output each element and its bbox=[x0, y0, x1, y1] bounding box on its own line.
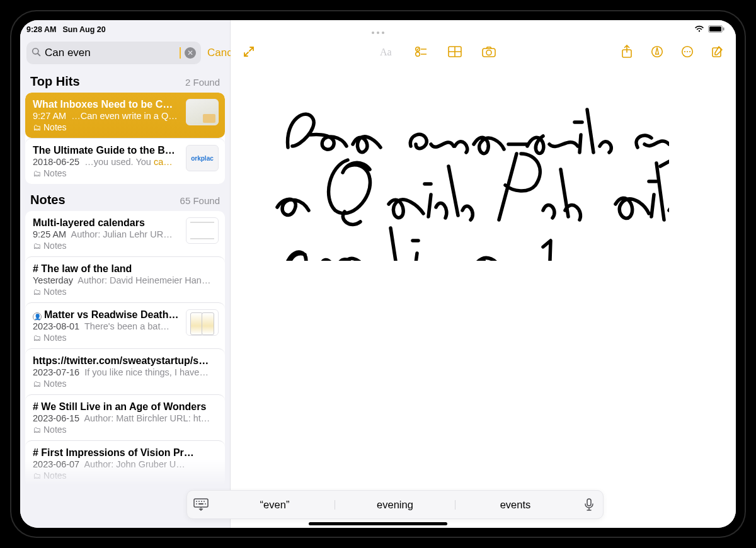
camera-icon[interactable] bbox=[482, 45, 496, 59]
folder-icon: 🗂 bbox=[33, 169, 41, 178]
note-thumbnail: orkplac bbox=[186, 145, 219, 171]
note-item[interactable]: https://twitter.com/sweatystartup/s… 202… bbox=[25, 348, 225, 394]
note-title: Multi-layered calendars bbox=[33, 217, 181, 229]
note-title: # The law of the land bbox=[33, 263, 219, 275]
svg-line-4 bbox=[38, 54, 40, 55]
battery-icon bbox=[708, 25, 724, 35]
markup-icon[interactable] bbox=[650, 45, 664, 59]
note-item[interactable]: # We Still Live in an Age of Wonders 202… bbox=[25, 394, 225, 440]
section-top-hits: Top Hits 2 Found bbox=[20, 69, 230, 93]
note-item[interactable]: # First Impressions of Vision Pr… 2023-0… bbox=[25, 440, 225, 486]
svg-point-23 bbox=[196, 501, 197, 502]
svg-rect-2 bbox=[723, 27, 724, 30]
svg-point-19 bbox=[687, 51, 688, 52]
dictation-icon[interactable] bbox=[575, 498, 603, 511]
folder-icon: 🗂 bbox=[33, 425, 41, 435]
clear-search-button[interactable]: ✕ bbox=[185, 47, 196, 59]
note-title: The Ultimate Guide to the B… bbox=[33, 145, 181, 156]
home-indicator[interactable] bbox=[309, 522, 447, 525]
note-item[interactable]: The Ultimate Guide to the B… 2018-06-25 … bbox=[25, 138, 225, 184]
share-icon[interactable] bbox=[620, 45, 634, 59]
ipad-frame: 9:28 AM Sun Aug 20 bbox=[10, 10, 746, 538]
svg-rect-28 bbox=[198, 503, 203, 505]
suggestion[interactable]: evening bbox=[335, 495, 455, 515]
folder-icon: 🗂 bbox=[33, 471, 41, 481]
note-folder: 🗂Notes bbox=[33, 122, 181, 132]
note-excerpt: 9:27 AM …Can even write in a Q… bbox=[33, 111, 181, 121]
format-icon[interactable]: Aa bbox=[380, 45, 394, 59]
search-icon bbox=[32, 47, 41, 59]
note-excerpt: Yesterday Author: David Heinemeier Han… bbox=[33, 275, 219, 285]
note-item[interactable]: Multi-layered calendars 9:25 AM Author: … bbox=[25, 211, 225, 256]
note-thumbnail bbox=[186, 309, 219, 336]
expand-icon[interactable] bbox=[242, 45, 256, 59]
svg-point-14 bbox=[486, 50, 491, 55]
svg-point-8 bbox=[416, 52, 420, 57]
note-item[interactable]: # The law of the land Yesterday Author: … bbox=[25, 256, 225, 302]
note-title: What Inboxes Need to be C… bbox=[33, 99, 181, 110]
note-title: # First Impressions of Vision Pr… bbox=[33, 447, 219, 459]
note-folder: 🗂Notes bbox=[33, 241, 181, 251]
section-title: Notes bbox=[30, 193, 66, 207]
folder-icon: 🗂 bbox=[33, 379, 41, 389]
keyboard-icon[interactable] bbox=[187, 498, 215, 511]
note-folder: 🗂Notes bbox=[33, 379, 219, 389]
sidebar: ✕ Cancel Top Hits 2 Found What Inboxes N… bbox=[20, 20, 231, 528]
section-notes: Notes 65 Found bbox=[20, 188, 230, 211]
status-date: Sun Aug 20 bbox=[62, 25, 105, 34]
folder-icon: 🗂 bbox=[33, 333, 41, 343]
svg-point-25 bbox=[201, 501, 202, 502]
svg-point-26 bbox=[203, 501, 205, 502]
note-title: https://twitter.com/sweatystartup/s… bbox=[33, 355, 219, 367]
screen: 9:28 AM Sun Aug 20 bbox=[20, 20, 736, 528]
shared-icon: 👤 bbox=[33, 312, 42, 321]
svg-point-20 bbox=[689, 51, 690, 52]
text-caret bbox=[180, 47, 181, 59]
suggestion[interactable]: events bbox=[455, 495, 575, 515]
note-folder: 🗂Notes bbox=[33, 287, 219, 297]
predictive-bar: “even” evening events bbox=[186, 490, 604, 519]
search-field[interactable]: ✕ bbox=[26, 42, 201, 64]
svg-rect-30 bbox=[587, 499, 591, 506]
note-excerpt: 2023-07-16 If you like nice things, I ha… bbox=[33, 367, 219, 377]
note-folder: 🗂Notes bbox=[33, 168, 181, 178]
svg-point-27 bbox=[196, 503, 197, 505]
note-excerpt: 2023-08-01 There's been a bat… bbox=[33, 321, 181, 331]
search-input[interactable] bbox=[45, 47, 178, 59]
status-time: 9:28 AM bbox=[26, 25, 56, 34]
note-title: 👤Matter vs Readwise Death… bbox=[33, 309, 181, 321]
section-count: 2 Found bbox=[185, 77, 220, 88]
multitask-dots[interactable] bbox=[372, 31, 384, 34]
checklist-icon[interactable] bbox=[414, 45, 428, 59]
svg-text:Aa: Aa bbox=[380, 47, 392, 57]
note-thumbnail bbox=[186, 217, 219, 244]
note-canvas[interactable]: Aa Can even write in a Quick Note with a… bbox=[231, 20, 736, 528]
status-bar: 9:28 AM Sun Aug 20 bbox=[20, 23, 736, 37]
note-excerpt: 9:25 AM Author: Julian Lehr UR… bbox=[33, 229, 181, 239]
note-folder: 🗂Notes bbox=[33, 333, 181, 343]
note-item[interactable]: 👤Matter vs Readwise Death… 2023-08-01 Th… bbox=[25, 302, 225, 348]
note-item[interactable]: What Inboxes Need to be C… 9:27 AM …Can … bbox=[25, 93, 225, 138]
section-count: 65 Found bbox=[180, 195, 220, 206]
wifi-icon bbox=[694, 25, 704, 35]
note-excerpt: 2018-06-25 …you used. You ca… bbox=[33, 157, 181, 167]
svg-point-29 bbox=[205, 503, 206, 505]
note-folder: 🗂Notes bbox=[33, 425, 219, 435]
more-icon[interactable] bbox=[680, 45, 694, 59]
note-excerpt: 2023-06-15 Author: Matt Birchler URL: ht… bbox=[33, 413, 219, 423]
svg-point-24 bbox=[198, 501, 200, 502]
folder-icon: 🗂 bbox=[33, 241, 41, 251]
handwriting: Can even write in a Quick Note with a fo… bbox=[266, 84, 669, 261]
folder-icon: 🗂 bbox=[33, 287, 41, 297]
svg-rect-1 bbox=[709, 26, 721, 31]
suggestion[interactable]: “even” bbox=[215, 495, 335, 515]
compose-icon[interactable] bbox=[711, 45, 724, 59]
table-icon[interactable] bbox=[448, 45, 462, 59]
note-excerpt: 2023-06-07 Author: John Gruber U… bbox=[33, 459, 219, 469]
svg-rect-22 bbox=[194, 499, 208, 507]
svg-point-18 bbox=[684, 51, 685, 52]
toolbar: Aa bbox=[231, 38, 736, 66]
folder-icon: 🗂 bbox=[33, 123, 41, 132]
note-title: # We Still Live in an Age of Wonders bbox=[33, 401, 219, 413]
note-folder: 🗂Notes bbox=[33, 471, 219, 481]
